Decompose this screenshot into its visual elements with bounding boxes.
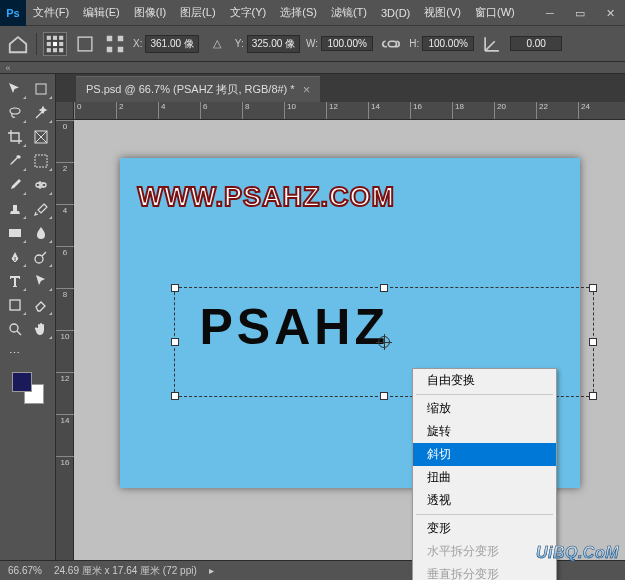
svg-rect-5	[59, 41, 63, 45]
x-value[interactable]: 361.00 像	[145, 35, 198, 53]
context-menu-item: 垂直拆分变形	[413, 563, 556, 580]
pen-tool-icon[interactable]	[3, 246, 27, 268]
link-icon[interactable]	[379, 32, 403, 56]
svg-rect-11	[118, 35, 124, 41]
path-selection-icon[interactable]	[29, 270, 53, 292]
h-value[interactable]: 100.00%	[422, 36, 474, 51]
crop-tool-icon[interactable]	[3, 126, 27, 148]
brush-tool-icon[interactable]	[3, 174, 27, 196]
context-menu-item[interactable]: 旋转	[413, 420, 556, 443]
angle-icon[interactable]	[480, 32, 504, 56]
h-label: H:	[409, 38, 419, 49]
document-tab-label: PS.psd @ 66.7% (PSAHZ 拷贝, RGB/8#) *	[86, 82, 295, 97]
svg-point-21	[35, 255, 43, 263]
document-tab[interactable]: PS.psd @ 66.7% (PSAHZ 拷贝, RGB/8#) * ×	[76, 76, 320, 102]
menu-select[interactable]: 选择(S)	[273, 0, 324, 26]
close-icon[interactable]: ×	[303, 82, 311, 97]
menu-view[interactable]: 视图(V)	[417, 0, 468, 26]
window-controls: ─ ▭ ✕	[535, 0, 625, 25]
color-swatches[interactable]	[10, 370, 46, 406]
type-tool-icon[interactable]	[3, 270, 27, 292]
context-menu-item[interactable]: 扭曲	[413, 466, 556, 489]
svg-rect-1	[53, 35, 57, 39]
toolbar-collapse-icon[interactable]: «	[0, 63, 16, 73]
context-menu-item: 水平拆分变形	[413, 540, 556, 563]
transform-handle-se[interactable]	[589, 392, 597, 400]
ruler-horizontal[interactable]: 024681012141618202224	[74, 102, 625, 120]
move-tool-icon[interactable]	[3, 78, 27, 100]
svg-point-15	[10, 108, 20, 114]
w-field: W: 100.00%	[306, 36, 373, 51]
svg-rect-7	[53, 48, 57, 52]
artboard-tool-icon[interactable]	[29, 78, 53, 100]
context-menu-item[interactable]: 变形	[413, 517, 556, 540]
y-value[interactable]: 325.00 像	[247, 35, 300, 53]
delta-icon[interactable]: △	[205, 32, 229, 56]
history-brush-icon[interactable]	[29, 198, 53, 220]
clone-stamp-icon[interactable]	[3, 198, 27, 220]
foreground-color[interactable]	[12, 372, 32, 392]
reference-point-icon[interactable]	[43, 32, 67, 56]
edit-toolbar-icon[interactable]: ⋯	[3, 342, 27, 364]
close-button[interactable]: ✕	[595, 0, 625, 26]
eyedropper-icon[interactable]	[3, 150, 27, 172]
gradient-tool-icon[interactable]	[3, 222, 27, 244]
context-menu-item[interactable]: 透视	[413, 489, 556, 512]
svg-rect-9	[78, 37, 92, 51]
maximize-button[interactable]: ▭	[565, 0, 595, 26]
context-menu-item[interactable]: 自由变换	[413, 369, 556, 392]
transform-handle-nw[interactable]	[171, 284, 179, 292]
svg-rect-13	[118, 46, 124, 52]
zoom-level[interactable]: 66.67%	[8, 565, 42, 576]
transform-handle-w[interactable]	[171, 338, 179, 346]
context-menu-item[interactable]: 缩放	[413, 397, 556, 420]
svg-rect-4	[53, 41, 57, 45]
transform-handle-sw[interactable]	[171, 392, 179, 400]
context-menu-item[interactable]: 斜切	[413, 443, 556, 466]
transform-anchor-icon[interactable]	[103, 32, 127, 56]
dodge-tool-icon[interactable]	[29, 246, 53, 268]
transform-handle-s[interactable]	[380, 392, 388, 400]
transform-handle-ne[interactable]	[589, 284, 597, 292]
app-logo: Ps	[0, 0, 26, 26]
options-bar: X: 361.00 像 △ Y: 325.00 像 W: 100.00% H: …	[0, 26, 625, 62]
home-icon[interactable]	[6, 32, 30, 56]
menu-window[interactable]: 窗口(W)	[468, 0, 522, 26]
main-menu: 文件(F) 编辑(E) 图像(I) 图层(L) 文字(Y) 选择(S) 滤镜(T…	[26, 0, 522, 25]
hand-tool-icon[interactable]	[29, 318, 53, 340]
menu-edit[interactable]: 编辑(E)	[76, 0, 127, 26]
relative-position-icon[interactable]	[73, 32, 97, 56]
x-label: X:	[133, 38, 142, 49]
menu-type[interactable]: 文字(Y)	[223, 0, 274, 26]
healing-brush-icon[interactable]	[29, 174, 53, 196]
lasso-tool-icon[interactable]	[3, 102, 27, 124]
transform-handle-n[interactable]	[380, 284, 388, 292]
menu-3d[interactable]: 3D(D)	[374, 0, 417, 26]
watermark: UiBQ.CoM	[536, 544, 619, 562]
menu-file[interactable]: 文件(F)	[26, 0, 76, 26]
transform-handle-e[interactable]	[589, 338, 597, 346]
minimize-button[interactable]: ─	[535, 0, 565, 26]
marquee-tool-icon[interactable]	[29, 150, 53, 172]
menu-layer[interactable]: 图层(L)	[173, 0, 222, 26]
y-field: Y: 325.00 像	[235, 35, 300, 53]
document-dimensions[interactable]: 24.69 厘米 x 17.64 厘米 (72 ppi)	[54, 564, 197, 578]
svg-rect-10	[107, 35, 113, 41]
eraser-tool-icon[interactable]	[29, 294, 53, 316]
zoom-tool-icon[interactable]	[3, 318, 27, 340]
ruler-vertical[interactable]: 0246810121416	[56, 120, 74, 560]
transform-center-icon[interactable]	[378, 336, 390, 348]
angle-value[interactable]: 0.00	[510, 36, 562, 51]
ruler-origin[interactable]	[56, 102, 74, 120]
svg-rect-8	[59, 48, 63, 52]
blur-tool-icon[interactable]	[29, 222, 53, 244]
menu-filter[interactable]: 滤镜(T)	[324, 0, 374, 26]
chevron-right-icon[interactable]: ▸	[209, 565, 214, 576]
shape-tool-icon[interactable]	[3, 294, 27, 316]
svg-rect-14	[36, 84, 46, 94]
menu-image[interactable]: 图像(I)	[127, 0, 173, 26]
magic-wand-icon[interactable]	[29, 102, 53, 124]
w-value[interactable]: 100.00%	[321, 36, 373, 51]
frame-tool-icon[interactable]	[29, 126, 53, 148]
svg-rect-2	[59, 35, 63, 39]
